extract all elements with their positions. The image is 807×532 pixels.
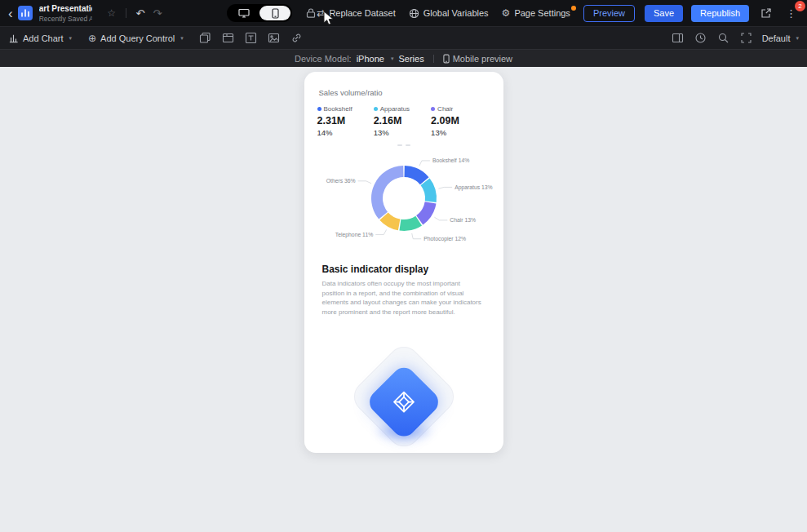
device-model-value[interactable]: iPhone <box>357 54 384 64</box>
section-title: Basic indicator display <box>322 264 484 275</box>
notification-badge: 2 <box>795 1 805 11</box>
chevron-down-icon: ▾ <box>69 35 73 42</box>
theme-select[interactable]: Default ▾ <box>762 33 799 43</box>
document-title-block[interactable]: art Presentation of Scenes..20... Recent… <box>39 4 93 23</box>
more-menu-button[interactable]: ⋮ 2 <box>783 6 799 20</box>
desktop-toggle-button[interactable] <box>228 6 259 20</box>
mobile-preview-indicator: Mobile preview <box>443 54 512 64</box>
indicator-list: Bookshelf2.31M14%Apparatus2.16M13%Chair2… <box>317 105 503 137</box>
add-query-control-label: Add Query Control <box>100 33 175 43</box>
container-icon[interactable] <box>221 31 236 46</box>
document-subtitle: Recently Saved At Today 10:06 <box>39 15 93 23</box>
document-title: art Presentation of Scenes..20... <box>39 4 93 13</box>
donut-chart-container: Bookshelf 14%Apparatus 13%Chair 13%Photo… <box>304 148 503 252</box>
image-icon[interactable] <box>267 31 282 46</box>
preview-button[interactable]: Preview <box>583 5 635 22</box>
svg-text:Apparatus 13%: Apparatus 13% <box>454 184 492 191</box>
star-icon[interactable]: ☆ <box>107 7 116 19</box>
section-body: Data indicators often occupy the most im… <box>322 279 484 317</box>
chevron-down-icon: ▾ <box>391 55 394 62</box>
chevron-down-icon: ▾ <box>796 35 799 42</box>
kebab-icon: ⋮ <box>786 7 796 20</box>
replace-dataset-button[interactable]: ⇄ Replace Dataset <box>317 8 395 18</box>
add-chart-label: Add Chart <box>23 33 64 43</box>
replace-dataset-label: Replace Dataset <box>329 8 395 18</box>
plus-circle-icon: ⊕ <box>88 33 96 43</box>
device-model-label: Device Model: <box>295 54 352 64</box>
gear-icon: ⚙ <box>502 8 511 18</box>
monitor-icon <box>238 8 250 18</box>
svg-text:Others 36%: Others 36% <box>326 178 355 184</box>
svg-text:Chair 13%: Chair 13% <box>450 217 476 223</box>
layers-icon[interactable] <box>198 31 213 46</box>
chart-icon <box>8 33 19 43</box>
phone-icon <box>443 54 450 64</box>
chart-title: Sales volume/ratio <box>319 88 503 97</box>
app-logo-icon <box>18 6 33 20</box>
search-icon[interactable] <box>716 31 731 46</box>
donut-chart: Bookshelf 14%Apparatus 13%Chair 13%Photo… <box>309 148 499 252</box>
panel-icon[interactable] <box>671 31 685 46</box>
text-icon[interactable] <box>244 31 259 46</box>
mobile-preview-card[interactable]: Sales volume/ratio Bookshelf2.31M14%Appa… <box>304 72 503 453</box>
divider <box>126 8 126 18</box>
device-bar: Device Model: iPhone ▾ Series Mobile pre… <box>0 49 807 67</box>
design-canvas[interactable]: Sales volume/ratio Bookshelf2.31M14%Appa… <box>0 67 807 532</box>
mobile-preview-label: Mobile preview <box>453 54 512 64</box>
phone-icon <box>272 8 279 19</box>
svg-text:Telephone 11%: Telephone 11% <box>335 232 372 238</box>
back-button[interactable]: ‹ <box>8 7 13 20</box>
share-icon[interactable] <box>760 7 772 19</box>
undo-icon[interactable]: ↶ <box>136 7 145 20</box>
global-variables-label: Global Variables <box>423 8 489 18</box>
link-icon[interactable] <box>290 31 304 46</box>
swap-icon: ⇄ <box>317 8 325 18</box>
top-bar: ‹ art Presentation of Scenes..20... Rece… <box>0 0 807 26</box>
indicator-item: Chair2.09M13% <box>431 105 459 137</box>
globe-icon <box>409 8 419 19</box>
edit-toolbar: Add Chart ▾ ⊕ Add Query Control ▾ <box>0 26 807 49</box>
save-button[interactable]: Save <box>645 5 683 22</box>
fullscreen-icon[interactable] <box>739 31 754 46</box>
history-icon[interactable] <box>694 31 708 46</box>
svg-text:Photocopier 12%: Photocopier 12% <box>423 236 466 242</box>
mobile-toggle-button[interactable] <box>259 6 290 20</box>
lock-icon[interactable] <box>305 7 317 19</box>
add-chart-button[interactable]: Add Chart ▾ <box>8 33 72 43</box>
text-section: Basic indicator display Data indicators … <box>322 264 484 317</box>
global-variables-button[interactable]: Global Variables <box>409 8 489 19</box>
notification-dot <box>571 6 576 11</box>
device-toggle[interactable] <box>227 4 292 22</box>
page-settings-label: Page Settings <box>514 8 570 18</box>
svg-text:Bookshelf 14%: Bookshelf 14% <box>432 157 468 163</box>
page-settings-button[interactable]: ⚙ Page Settings <box>502 8 570 18</box>
republish-button[interactable]: Republish <box>691 5 749 22</box>
carousel-dots[interactable] <box>304 144 503 146</box>
add-query-control-button[interactable]: ⊕ Add Query Control ▾ <box>88 33 184 43</box>
chevron-down-icon: ▾ <box>180 35 184 42</box>
indicator-item: Bookshelf2.31M14% <box>317 105 353 137</box>
divider <box>433 55 434 63</box>
device-series-label: Series <box>398 54 423 64</box>
redo-icon[interactable]: ↷ <box>153 7 162 20</box>
indicator-item: Apparatus2.16M13% <box>374 105 410 137</box>
theme-select-value: Default <box>762 33 791 43</box>
